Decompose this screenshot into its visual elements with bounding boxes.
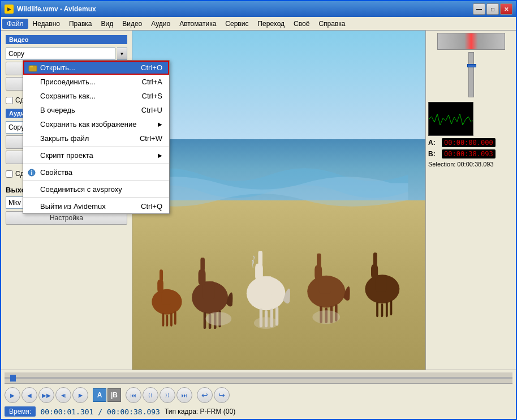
- right-panel: A: 00:00:00.000 B: 00:00:38.093 Selectio…: [425, 31, 516, 370]
- separator-1: [23, 147, 169, 147]
- svg-point-41: [254, 317, 278, 329]
- svg-rect-12: [204, 312, 206, 329]
- svg-rect-28: [376, 302, 378, 317]
- volume-thumb: [467, 64, 476, 67]
- svg-rect-34: [157, 280, 163, 292]
- exit-icon: [27, 202, 37, 212]
- mark-a-button[interactable]: A: [93, 388, 106, 402]
- ab-times: A: 00:00:00.000 B: 00:00:38.093 Selectio…: [428, 138, 514, 168]
- save-image-arrow: ▶: [158, 121, 162, 127]
- prev-keyframe-button[interactable]: ⟨⟨: [143, 387, 158, 403]
- timeline-bar[interactable]: [5, 372, 512, 384]
- audio-shift-checkbox[interactable]: [6, 170, 13, 178]
- window-title: Wildlife.wmv - Avidemux: [17, 5, 473, 13]
- total-time-value: / 00:00:38.093: [98, 408, 160, 416]
- app-icon: ▶: [5, 5, 14, 14]
- video-area: [132, 31, 425, 370]
- svg-point-40: [206, 312, 232, 325]
- bottom-controls: ▶ ◀ ▶▶ ◀| |▶ A |B ⏮ ⟨⟨ ⟩⟩ ⏭ ↩ ↪ Время: 0…: [1, 370, 516, 419]
- svg-rect-36: [162, 313, 165, 327]
- menu-custom[interactable]: Своё: [289, 19, 314, 29]
- menu-item-join[interactable]: Присоединить... Ctrl+A: [23, 75, 169, 89]
- menu-item-queue-label: В очередь: [40, 106, 75, 114]
- menu-service[interactable]: Сервис: [221, 19, 253, 29]
- menu-item-close-file-shortcut: Ctrl+W: [128, 134, 162, 143]
- mark-b-button[interactable]: |B: [107, 388, 121, 402]
- time-label: Время:: [5, 406, 36, 417]
- svg-rect-30: [386, 302, 388, 317]
- prev-frame-button[interactable]: ◀|: [55, 387, 71, 403]
- time-b-label: B:: [428, 150, 440, 158]
- menu-edit[interactable]: Правка: [64, 19, 97, 29]
- main-window: ▶ Wildlife.wmv - Avidemux — □ ✕ Файл Нед…: [0, 0, 517, 420]
- loop-a-button[interactable]: ↩: [197, 387, 213, 403]
- separator-4: [23, 198, 169, 198]
- next-keyframe-button[interactable]: ⟩⟩: [160, 387, 175, 403]
- menu-item-join-shortcut: Ctrl+A: [131, 78, 162, 86]
- menu-item-open[interactable]: Открыть... Ctrl+O: [23, 61, 169, 75]
- menu-item-queue[interactable]: В очередь Ctrl+U: [23, 103, 169, 117]
- svg-rect-38: [170, 313, 173, 327]
- svg-rect-11: [200, 258, 205, 271]
- goto-end-button[interactable]: ⏭: [176, 387, 192, 403]
- join-icon: [27, 77, 37, 87]
- timeline-thumb[interactable]: [10, 375, 16, 382]
- maximize-button[interactable]: □: [486, 3, 499, 15]
- menu-goto[interactable]: Переход: [253, 19, 289, 29]
- main-content: Видео Copy ▼ Настройка Фильтры Сдвиг: ▲ …: [1, 31, 516, 370]
- frame-type-text: Тип кадра: P-FRM (00): [165, 408, 235, 415]
- svg-text:i: i: [31, 170, 33, 176]
- menu-file[interactable]: Файл: [2, 19, 28, 29]
- video-codec-dropdown-arrow[interactable]: ▼: [117, 48, 127, 60]
- waveform-svg: [429, 102, 473, 136]
- goto-start-button[interactable]: ⏮: [126, 387, 141, 403]
- menu-item-close-file[interactable]: Закрыть файл Ctrl+W: [23, 131, 169, 145]
- menu-item-project-script-label: Скрипт проекта: [40, 151, 93, 160]
- close-file-icon: [27, 134, 37, 144]
- minimize-button[interactable]: —: [473, 3, 485, 15]
- menu-item-exit[interactable]: Выйти из Avidemux Ctrl+Q: [23, 199, 169, 213]
- project-script-icon: [27, 151, 37, 161]
- connect-avsproxy-icon: [27, 185, 37, 195]
- file-menu-dropdown: Открыть... Ctrl+O Присоединить... Ctrl+A…: [23, 60, 170, 214]
- menu-recently[interactable]: Недавно: [28, 19, 64, 29]
- transport-row: ▶ ◀ ▶▶ ◀| |▶ A |B ⏮ ⟨⟨ ⟩⟩ ⏭ ↩ ↪: [1, 385, 516, 405]
- menu-item-connect-avsproxy[interactable]: Соединиться с avsproxy: [23, 182, 169, 196]
- svg-rect-2: [255, 264, 263, 281]
- menu-item-save-as-label: Сохранить как...: [40, 92, 96, 100]
- fast-forward-button[interactable]: ▶▶: [38, 387, 54, 403]
- shift-checkbox[interactable]: [6, 97, 13, 104]
- video-horses-svg: [132, 31, 425, 370]
- menu-item-open-shortcut: Ctrl+O: [130, 63, 162, 72]
- timeline-track: [5, 377, 512, 379]
- menu-auto[interactable]: Автоматика: [175, 19, 221, 29]
- svg-rect-31: [390, 300, 393, 315]
- loop-b-button[interactable]: ↪: [214, 387, 230, 403]
- menu-item-queue-shortcut: Ctrl+U: [130, 106, 162, 114]
- separator-3: [23, 181, 169, 181]
- file-menu-list: Открыть... Ctrl+O Присоединить... Ctrl+A…: [23, 60, 170, 214]
- svg-rect-37: [166, 315, 168, 327]
- time-a-value: 00:00:00.000: [442, 138, 496, 147]
- close-button[interactable]: ✕: [500, 3, 512, 15]
- menu-item-properties[interactable]: i Свойства: [23, 165, 169, 179]
- menu-video[interactable]: Видео: [118, 19, 147, 29]
- menu-item-save-image[interactable]: Сохранить как изображение ▶: [23, 117, 169, 131]
- menu-help[interactable]: Справка: [314, 19, 350, 29]
- color-bar-preview: [437, 33, 505, 50]
- menu-item-join-label: Присоединить...: [40, 78, 96, 86]
- next-frame-button[interactable]: |▶: [72, 387, 88, 403]
- svg-rect-35: [160, 269, 163, 281]
- menu-audio[interactable]: Аудио: [147, 19, 175, 29]
- menu-item-project-script[interactable]: Скрипт проекта ▶: [23, 148, 169, 162]
- menu-view[interactable]: Вид: [97, 19, 118, 29]
- menu-item-save-as[interactable]: Сохранить как... Ctrl+S: [23, 89, 169, 103]
- rewind-button[interactable]: ◀: [21, 387, 37, 403]
- window-controls: — □ ✕: [473, 3, 512, 15]
- play-button[interactable]: ▶: [5, 387, 20, 403]
- volume-slider[interactable]: [468, 52, 474, 97]
- video-codec-dropdown[interactable]: Copy: [6, 48, 115, 60]
- svg-point-42: [312, 310, 340, 324]
- time-a-row: A: 00:00:00.000: [428, 138, 514, 147]
- menu-item-connect-avsproxy-label: Соединиться с avsproxy: [40, 185, 122, 194]
